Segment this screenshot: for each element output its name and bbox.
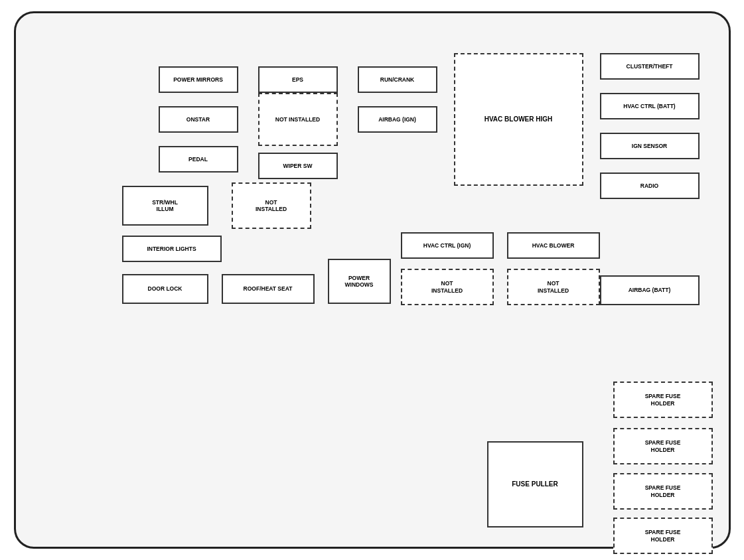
run-crank: RUN/CRANK [358, 66, 437, 93]
not-installed-1: NOT INSTALLED [258, 93, 338, 146]
fuse-box-diagram: POWER MIRRORSEPSRUN/CRANKHVAC BLOWER HIG… [14, 11, 731, 549]
not-installed-2: NOTINSTALLED [232, 182, 311, 229]
door-lock: DOOR LOCK [122, 274, 208, 304]
spare-fuse-1: SPARE FUSEHOLDER [613, 382, 713, 418]
hvac-blower: HVAC BLOWER [507, 232, 600, 259]
hvac-ctrl-batt: HVAC CTRL (BATT) [600, 93, 700, 119]
airbag-ign: AIRBAG (IGN) [358, 106, 437, 133]
pedal: PEDAL [159, 146, 238, 173]
not-installed-4: NOTINSTALLED [507, 269, 600, 305]
power-windows: POWERWINDOWS [328, 259, 391, 304]
wiper-sw: WIPER SW [258, 153, 338, 179]
str-whl-illum: STR/WHLILLUM [122, 186, 208, 226]
power-mirrors: POWER MIRRORS [159, 66, 238, 93]
not-installed-3: NOTINSTALLED [401, 269, 494, 305]
hvac-ctrl-ign: HVAC CTRL (IGN) [401, 232, 494, 259]
ign-sensor: IGN SENSOR [600, 133, 700, 159]
cluster-theft: CLUSTER/THEFT [600, 53, 700, 80]
onstar: ONSTAR [159, 106, 238, 133]
spare-fuse-4: SPARE FUSEHOLDER [613, 518, 713, 554]
spare-fuse-2: SPARE FUSEHOLDER [613, 428, 713, 464]
fuse-puller: FUSE PULLER [487, 441, 583, 527]
radio: RADIO [600, 173, 700, 199]
eps: EPS [258, 66, 338, 93]
airbag-batt: AIRBAG (BATT) [600, 275, 700, 305]
roof-heat-seat: ROOF/HEAT SEAT [222, 274, 315, 304]
interior-lights: INTERIOR LIGHTS [122, 236, 222, 262]
spare-fuse-3: SPARE FUSEHOLDER [613, 473, 713, 510]
hvac-blower-high: HVAC BLOWER HIGH [454, 53, 583, 186]
